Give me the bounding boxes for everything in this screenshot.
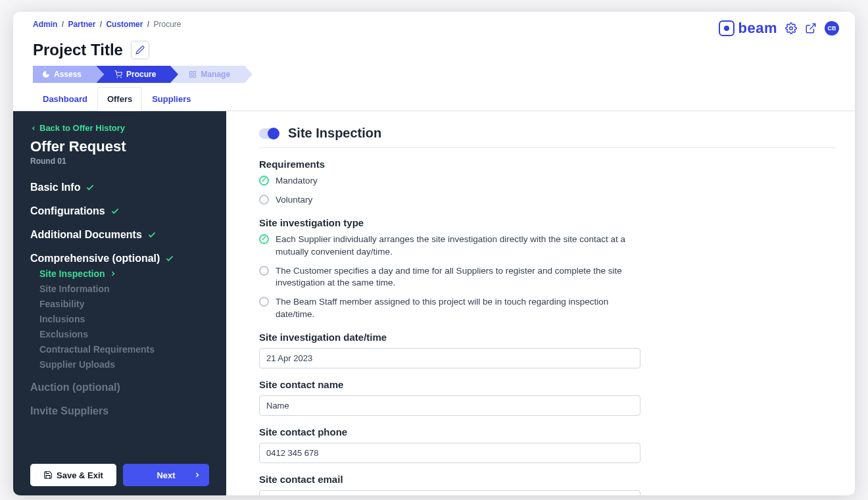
title-row: Project Title (13, 37, 855, 66)
app-frame: Admin / Partner / Customer / Procure bea… (13, 12, 855, 495)
sidebar-title: Offer Request (30, 138, 209, 155)
radio-mandatory[interactable]: Mandatory (259, 175, 640, 188)
sidebar-item-supplier-uploads[interactable]: Supplier Uploads (39, 359, 209, 370)
label-contact-name: Site contact name (259, 379, 640, 390)
crumb-sep: / (147, 20, 149, 29)
avatar[interactable]: CB (825, 21, 839, 36)
cart-icon (114, 70, 122, 78)
radio-type-individual[interactable]: Each Supplier individually arranges the … (259, 234, 640, 259)
check-icon (147, 230, 157, 239)
input-date[interactable] (259, 348, 640, 368)
pencil-icon (135, 45, 145, 55)
label-investigation-type: Site investigation type (259, 217, 640, 228)
sidebar-footer: Save & Exit Next (13, 456, 226, 486)
svg-rect-6 (190, 75, 193, 78)
topbar: Admin / Partner / Customer / Procure bea… (13, 12, 855, 37)
group-contact-email: Site contact email (259, 474, 640, 495)
sidebar-item-inclusions[interactable]: Inclusions (39, 314, 209, 324)
check-icon (165, 254, 174, 263)
edit-title-button[interactable] (131, 41, 149, 59)
radio-type-beam-staff[interactable]: The Beam Staff member assigned to this p… (259, 296, 640, 321)
radio-icon (259, 234, 269, 244)
logo-mark-icon (719, 20, 735, 36)
tab-dashboard[interactable]: Dashboard (33, 87, 97, 111)
body: Back to Offer History Offer Request Roun… (13, 111, 855, 495)
svg-rect-7 (193, 75, 196, 78)
sidebar-content: Back to Offer History Offer Request Roun… (13, 123, 226, 456)
save-exit-button[interactable]: Save & Exit (30, 464, 116, 486)
svg-point-3 (121, 77, 122, 78)
logo[interactable]: beam (719, 20, 777, 37)
input-contact-name[interactable] (259, 395, 640, 416)
step-assess[interactable]: Assess (33, 66, 96, 83)
step-manage[interactable]: Manage (170, 66, 245, 83)
svg-point-2 (117, 77, 118, 78)
label-requirements: Requirements (259, 159, 640, 170)
svg-line-1 (810, 24, 815, 29)
input-contact-phone[interactable] (259, 443, 640, 463)
svg-rect-5 (193, 72, 196, 74)
sidebar-section-additional-docs[interactable]: Additional Documents (30, 229, 209, 241)
page-title: Project Title (33, 41, 123, 59)
crumb-partner[interactable]: Partner (68, 20, 95, 29)
input-contact-email[interactable] (259, 490, 640, 495)
sidebar-item-exclusions[interactable]: Exclusions (39, 329, 209, 339)
pie-icon (42, 70, 50, 78)
tab-offers[interactable]: Offers (97, 87, 142, 111)
sidebar-section-configurations[interactable]: Configurations (30, 205, 209, 217)
sidebar-section-auction[interactable]: Auction (optional) (30, 382, 209, 393)
topbar-right: beam CB (719, 20, 839, 37)
label-contact-phone: Site contact phone (259, 426, 640, 438)
check-icon (85, 183, 95, 192)
svg-point-0 (790, 27, 793, 30)
svg-rect-4 (190, 72, 193, 74)
chevron-left-icon (30, 125, 37, 132)
sidebar-section-comprehensive[interactable]: Comprehensive (optional) (30, 253, 209, 264)
radio-voluntary[interactable]: Voluntary (259, 194, 640, 207)
tabs: Dashboard Offers Suppliers (13, 87, 855, 111)
crumb-current: Procure (153, 20, 181, 29)
breadcrumb: Admin / Partner / Customer / Procure (33, 20, 181, 29)
sidebar-subtitle: Round 01 (30, 157, 209, 166)
radio-icon (259, 266, 269, 276)
main: Site Inspection Requirements Mandatory V… (226, 111, 855, 495)
radio-icon (259, 176, 269, 186)
gear-icon[interactable] (785, 22, 797, 34)
sidebar-section-invite-suppliers[interactable]: Invite Suppliers (30, 405, 209, 417)
back-link[interactable]: Back to Offer History (30, 123, 209, 133)
group-requirements: Requirements Mandatory Voluntary (259, 159, 640, 207)
sidebar: Back to Offer History Offer Request Roun… (13, 111, 226, 495)
sidebar-section-basic-info[interactable]: Basic Info (30, 182, 209, 193)
step-procure[interactable]: Procure (96, 66, 170, 83)
crumb-admin[interactable]: Admin (33, 20, 57, 29)
section-toggle[interactable] (259, 128, 279, 139)
radio-type-customer-schedule[interactable]: The Customer specifies a day and time fo… (259, 265, 640, 290)
main-header: Site Inspection (259, 126, 836, 148)
group-investigation-type: Site investigation type Each Supplier in… (259, 217, 640, 321)
section-heading: Site Inspection (288, 126, 381, 141)
logo-text: beam (738, 20, 777, 37)
save-icon (43, 470, 53, 480)
radio-icon (259, 297, 269, 307)
chevron-right-icon (193, 471, 201, 479)
sidebar-item-site-inspection[interactable]: Site Inspection (39, 268, 209, 279)
sidebar-item-feasibility[interactable]: Feasibility (39, 299, 209, 309)
progress-steps: Assess Procure Manage (13, 66, 855, 87)
crumb-sep: / (100, 20, 102, 29)
group-date: Site investigation date/time (259, 332, 640, 368)
group-contact-phone: Site contact phone (259, 426, 640, 463)
label-contact-email: Site contact email (259, 474, 640, 485)
radio-icon (259, 195, 269, 205)
group-contact-name: Site contact name (259, 379, 640, 416)
crumb-customer[interactable]: Customer (106, 20, 143, 29)
external-link-icon[interactable] (805, 22, 817, 34)
sidebar-subitems: Site Inspection Site Information Feasibi… (39, 268, 209, 370)
chevron-right-icon (109, 270, 117, 278)
label-date: Site investigation date/time (259, 332, 640, 343)
sidebar-item-contractual[interactable]: Contractual Requirements (39, 344, 209, 355)
next-button[interactable]: Next (123, 464, 209, 486)
tab-suppliers[interactable]: Suppliers (142, 87, 201, 111)
sidebar-item-site-information[interactable]: Site Information (39, 284, 209, 294)
check-icon (110, 207, 120, 216)
crumb-sep: / (62, 20, 64, 29)
